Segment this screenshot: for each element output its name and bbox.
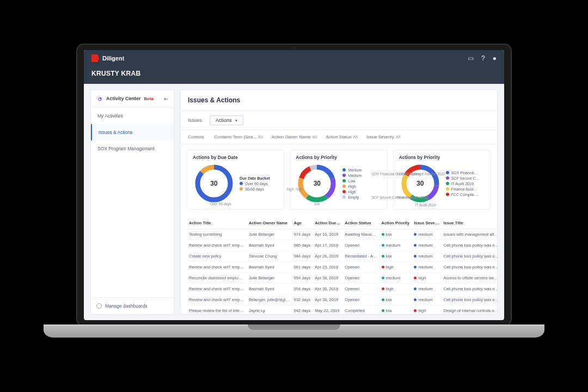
cell: high — [412, 305, 441, 315]
column-header[interactable]: Action Title — [187, 217, 247, 229]
cell: 954 days — [292, 284, 313, 295]
cell: Remediated - A… — [342, 251, 379, 262]
sidebar-item-issues-actions[interactable]: Issues & Actions — [91, 124, 174, 140]
table-row[interactable]: Create new policyStevone Chong984 daysAp… — [187, 251, 497, 262]
cell: 961 days — [292, 262, 313, 273]
cell: Opened — [342, 295, 379, 305]
cell: medium — [412, 284, 441, 295]
help-icon[interactable]: ? — [481, 54, 485, 62]
sidebar-item-sox[interactable]: SOX Program Management — [91, 140, 174, 157]
column-header[interactable]: Action Due… — [313, 217, 342, 229]
legend-item: 30-60 days — [240, 187, 270, 191]
cell: medium — [412, 295, 441, 305]
cell: Basmah Syed — [247, 284, 292, 295]
cell: Basmah Syed — [247, 240, 292, 251]
filter-bar: ControlsContains Term (Sea...AllAction O… — [180, 130, 497, 144]
app-screen: Diligent ▭ ? ● KRUSTY KRAB ◔ Activity C — [84, 50, 504, 320]
cell: Basmah Syed — [247, 262, 292, 273]
column-header[interactable]: Age — [292, 217, 313, 229]
cell: Apr 30, 2019 — [313, 295, 342, 305]
brand-name: Diligent — [102, 55, 124, 62]
sidebar-item-my-activities[interactable]: My Activities — [91, 108, 174, 124]
cell: Cell phone loss policy was not followed … — [441, 295, 497, 305]
legend-item: FCC Complia… — [446, 193, 480, 197]
charts-row: Actions by Due Date 30Over 90 daysDue Da… — [180, 144, 497, 215]
cell: Review and check w/IT employee… — [187, 284, 247, 295]
chart-card-1: Actions by Priority 30highhighlowMediumM… — [290, 150, 387, 210]
cell: 974 days — [292, 229, 313, 240]
legend-item: Empty — [342, 195, 362, 199]
column-header[interactable]: Issue Seve… — [412, 217, 441, 229]
cell: 954 days — [292, 273, 313, 284]
filter-0[interactable]: Controls — [188, 134, 206, 139]
legend-item: High — [342, 190, 362, 194]
cell: Please review the list of internal… — [187, 305, 247, 315]
legend-item: SCF Secure C… — [446, 176, 480, 180]
legend-item: Medium — [342, 168, 362, 172]
collapse-sidebar-icon[interactable]: ⇤ — [164, 96, 168, 102]
table-row[interactable]: Review and check w/IT employee…Basmah Sy… — [187, 240, 497, 251]
column-header[interactable]: Action Priority — [379, 217, 412, 229]
user-icon[interactable]: ● — [493, 54, 497, 62]
cell: Awaiting Mana… — [342, 229, 379, 240]
cell: Jayne Ly — [247, 305, 292, 315]
legend-item: Over 90 days — [240, 182, 270, 186]
chart-title: Actions by Priority — [399, 155, 485, 160]
legend-item: Finance Audi… — [446, 187, 480, 191]
tab-issues[interactable]: Issues — [188, 115, 202, 125]
column-header[interactable]: Issue Title — [441, 217, 497, 229]
cell: Completed — [342, 305, 379, 315]
cell: low — [379, 251, 412, 262]
presentation-icon[interactable]: ▭ — [468, 54, 474, 62]
brand-logo-icon — [91, 54, 99, 62]
donut-chart: 30 — [296, 162, 338, 205]
chart-card-2: Actions by Priority 30FCC Compliance Rev… — [393, 150, 491, 210]
cell: Opened — [342, 262, 379, 273]
filter-4[interactable]: Issue SeverityAll — [366, 134, 400, 139]
brand: Diligent — [91, 54, 124, 62]
cell: Review and check w/IT employee… — [187, 295, 247, 305]
cell: Reconcile dismissed employees… — [187, 273, 247, 284]
cell: May 22, 2019 — [313, 305, 342, 315]
cell: 932 days — [292, 295, 313, 305]
table-row[interactable]: Review and check w/IT employee…Basmah Sy… — [187, 262, 497, 273]
column-header[interactable]: Action Owner Name — [247, 217, 292, 229]
cell: Apr 17, 2019 — [313, 240, 342, 251]
table-row[interactable]: Testing somethingJulie Belanger974 daysA… — [187, 229, 497, 240]
chart-title: Actions by Due Date — [193, 155, 278, 160]
activity-center-icon: ◔ — [96, 95, 103, 102]
filter-1[interactable]: Contains Term (Sea...All — [215, 134, 263, 139]
table-row[interactable]: Please review the list of internal…Jayne… — [187, 305, 497, 315]
filter-2[interactable]: Action Owner NameAll — [272, 134, 317, 139]
column-header[interactable]: Action Status — [342, 217, 379, 229]
legend-item: High — [342, 185, 362, 188]
manage-dashboards[interactable]: Manage dashboards — [91, 297, 174, 314]
cell: low — [379, 305, 412, 315]
table-row[interactable]: Review and check w/IT employee…Belanger,… — [187, 295, 497, 305]
gear-icon — [96, 303, 102, 309]
table-row[interactable]: Reconcile dismissed employees…Julie Bela… — [187, 273, 497, 284]
tab-actions[interactable]: Actions ▾ — [210, 115, 243, 125]
chevron-down-icon: ▾ — [235, 118, 237, 123]
tab-actions-label: Actions — [216, 118, 232, 123]
cell: Opened — [342, 240, 379, 251]
cell: Belanger, julie@regi… — [247, 295, 292, 305]
cell: medium — [412, 229, 441, 240]
cell: low — [379, 229, 412, 240]
cell: Apr 10, 2019 — [313, 229, 342, 240]
cell: medium — [412, 251, 441, 262]
tabs: Issues Actions ▾ — [180, 111, 497, 130]
cell: Design of internal controls not properly… — [441, 305, 497, 315]
table-row[interactable]: Review and check w/IT employee…Basmah Sy… — [187, 284, 497, 295]
cell: Testing something — [187, 229, 247, 240]
cell: Apr 30, 2019 — [313, 273, 342, 284]
legend-item: Low — [342, 179, 362, 183]
cell: Cell phone loss policy was not followed … — [441, 284, 497, 295]
cell: medium — [412, 262, 441, 273]
cell: 985 days — [292, 240, 313, 251]
cell: Review and check w/IT employee… — [187, 262, 247, 273]
cell: Review and check w/IT employee… — [187, 240, 247, 251]
main-panel: Issues & Actions Issues Actions ▾ Contro… — [180, 89, 498, 315]
cell: Stevone Chong — [247, 251, 292, 262]
filter-3[interactable]: Action StatusAll — [326, 134, 358, 139]
